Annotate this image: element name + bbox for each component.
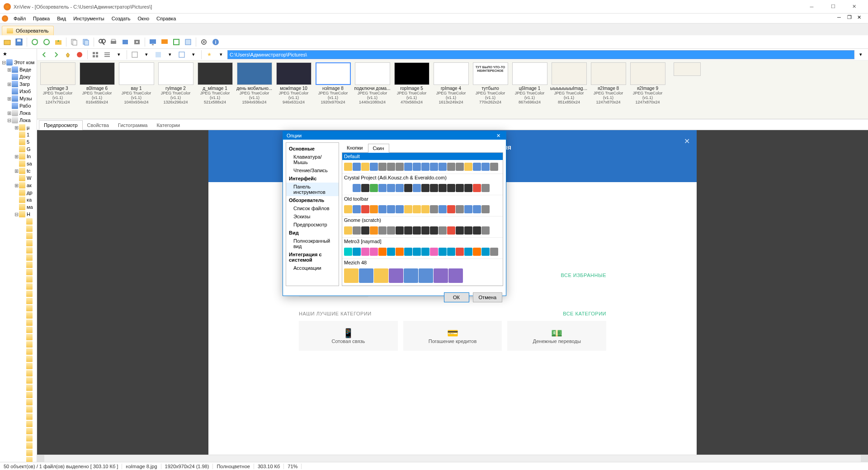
view-list-icon[interactable] bbox=[102, 49, 113, 60]
nav-item-filelist[interactable]: Список файлов bbox=[286, 204, 339, 212]
menu-view[interactable]: Вид bbox=[53, 15, 70, 22]
cat-item[interactable]: 💳Погашение кредитов bbox=[403, 321, 502, 351]
nav-back-icon[interactable] bbox=[39, 49, 50, 60]
close-button[interactable]: ✕ bbox=[844, 1, 864, 13]
menu-create[interactable]: Создать bbox=[108, 15, 134, 22]
thumbnail-item[interactable]: ц6Image 1JPEG TrueColor (v1.1)867x696x24 bbox=[511, 62, 548, 117]
thumbnail-item[interactable]: в0Image 6JPEG TrueColor (v1.1)816x659x24 bbox=[78, 62, 116, 117]
skin-list[interactable]: DefaultCrystal Project (Adi.Kousz.ch & E… bbox=[342, 152, 503, 286]
convert-icon[interactable] bbox=[171, 37, 182, 47]
info-icon[interactable]: i bbox=[210, 37, 221, 47]
acquire-icon[interactable] bbox=[132, 37, 142, 47]
thumbnail-item[interactable]: вау 1JPEG TrueColor (v1.1)1040x934x24 bbox=[118, 62, 155, 117]
cancel-button[interactable]: Отмена bbox=[473, 292, 502, 302]
nav-group[interactable]: Основные bbox=[286, 145, 339, 153]
tab-browser[interactable]: Обозреватель bbox=[2, 26, 54, 35]
folder-tree[interactable]: ⊟Этот ком ⊞Виде Доку ⊞Загр Изоб ⊞Музы Ра… bbox=[0, 59, 37, 462]
mdi-close-button[interactable]: ✕ bbox=[857, 14, 866, 23]
skin-item[interactable]: Metro3 [naymad] bbox=[342, 238, 503, 259]
mdi-minimize-button[interactable]: ─ bbox=[837, 14, 846, 23]
skin-item[interactable]: Gnome (scratch) bbox=[342, 216, 503, 238]
skin-item[interactable]: Mezich 48 bbox=[342, 259, 503, 286]
nav-item-keyboard[interactable]: Клавиатура/Мышь bbox=[286, 153, 339, 166]
thumbnail-item[interactable]: нэImage 8JPEG TrueColor (v1.1)1920x970x2… bbox=[314, 62, 352, 117]
thumbnail-item[interactable]: yzImage 3JPEG TrueColor (v1.1)1247x791x2… bbox=[39, 62, 76, 117]
minimize-button[interactable]: ─ bbox=[802, 1, 822, 13]
quick-icon[interactable] bbox=[53, 37, 64, 47]
thumbnail-item[interactable]: я2Image 8JPEG TrueColor (v1.1)1247x870x2… bbox=[590, 62, 627, 117]
nav-group[interactable]: Обозреватель bbox=[286, 196, 339, 204]
thumbnail-item[interactable]: можImage 10JPEG TrueColor (v1.1)946x631x… bbox=[275, 62, 312, 117]
filter-dd-icon[interactable]: ▾ bbox=[165, 49, 175, 60]
nav-item-preview[interactable]: Предпросмотр bbox=[286, 221, 339, 229]
nav-up-icon[interactable] bbox=[62, 49, 73, 60]
sort-icon[interactable] bbox=[129, 49, 140, 60]
print-icon[interactable] bbox=[108, 37, 119, 47]
dialog-tab-skin[interactable]: Скин bbox=[368, 144, 389, 153]
mdi-restore-button[interactable]: ❐ bbox=[847, 14, 856, 23]
view-thumbs-icon[interactable] bbox=[90, 49, 101, 60]
menu-tools[interactable]: Инструменты bbox=[70, 15, 108, 22]
thumbnail-item[interactable]: д_мImage 1JPEG TrueColor (v1.1)521x588x2… bbox=[196, 62, 234, 117]
dialog-titlebar[interactable]: Опции ✕ bbox=[283, 132, 506, 140]
thumbnail-item[interactable]: я2Image 9JPEG TrueColor (v1.1)1247x870x2… bbox=[629, 62, 666, 117]
thumbnail-item[interactable]: rpImage 4JPEG TrueColor (v1.1)1613x249x2… bbox=[432, 62, 470, 117]
thumbnail-item[interactable]: подключи дома...JPEG TrueColor (v1.1)144… bbox=[354, 62, 391, 117]
menu-file[interactable]: Файл bbox=[10, 15, 29, 22]
nav-item-assoc[interactable]: Ассоциации bbox=[286, 264, 339, 272]
address-bar[interactable]: C:\Users\Администратор\Pictures\ bbox=[227, 50, 854, 59]
nav-item-readwrite[interactable]: Чтение/Запись bbox=[286, 166, 339, 174]
filter-icon[interactable] bbox=[153, 49, 164, 60]
slideshow2-icon[interactable] bbox=[159, 37, 170, 47]
fav-star-icon[interactable]: ★ bbox=[204, 49, 215, 60]
skin-item[interactable]: Default bbox=[342, 153, 503, 174]
nav-group[interactable]: Интерфейс bbox=[286, 174, 339, 183]
thumbnail-item[interactable]: гуImage 2JPEG TrueColor (v1.1)1326x296x2… bbox=[157, 62, 194, 117]
menu-help[interactable]: Справка bbox=[153, 15, 179, 22]
save-icon[interactable] bbox=[14, 37, 24, 47]
refresh-icon[interactable] bbox=[29, 37, 40, 47]
nav-item-fullscreen[interactable]: Полноэкранный вид bbox=[286, 237, 339, 250]
menu-edit[interactable]: Правка bbox=[29, 15, 53, 22]
menu-window[interactable]: Окно bbox=[134, 15, 153, 22]
view-details-icon[interactable]: ▾ bbox=[113, 49, 124, 60]
copy-icon[interactable] bbox=[69, 37, 80, 47]
scan-icon[interactable] bbox=[120, 37, 131, 47]
refresh2-icon[interactable] bbox=[41, 37, 52, 47]
thumbnail-item[interactable]: ropImage 5JPEG TrueColor (v1.1)470x560x2… bbox=[393, 62, 430, 117]
thumbnail-item[interactable]: день мобильно...JPEG TrueColor (v1.1)159… bbox=[236, 62, 273, 117]
tab-histogram[interactable]: Гистограмма bbox=[113, 121, 152, 130]
skin-item[interactable]: Old toolbar bbox=[342, 195, 503, 216]
thumbnail-item[interactable] bbox=[668, 62, 706, 117]
gear-icon[interactable] bbox=[198, 37, 209, 47]
search-icon[interactable] bbox=[96, 37, 107, 47]
slideshow-icon[interactable] bbox=[147, 37, 158, 47]
dialog-close-icon[interactable]: ✕ bbox=[494, 132, 502, 140]
copy2-icon[interactable] bbox=[80, 37, 91, 47]
banner-close-icon[interactable]: ✕ bbox=[684, 137, 690, 146]
cat-item[interactable]: 💵Денежные переводы bbox=[507, 321, 606, 351]
nav-item-thumbs[interactable]: Эскизы bbox=[286, 212, 339, 221]
nav-group[interactable]: Вид bbox=[286, 229, 339, 237]
cat-link[interactable]: Все категории bbox=[563, 311, 606, 316]
sort-dd-icon[interactable]: ▾ bbox=[141, 49, 152, 60]
layout-icon[interactable] bbox=[176, 49, 187, 60]
nav-stop-icon[interactable] bbox=[74, 49, 85, 60]
preview-scrollbar[interactable] bbox=[37, 455, 868, 462]
dialog-tab-buttons[interactable]: Кнопки bbox=[342, 143, 368, 152]
cat-item[interactable]: 📱Сотовая связь bbox=[299, 321, 398, 351]
tab-preview[interactable]: Предпросмотр bbox=[39, 120, 83, 130]
tree-star-icon[interactable]: ★ bbox=[1, 50, 9, 58]
maximize-button[interactable]: ☐ bbox=[823, 1, 843, 13]
nav-group[interactable]: Интеграция с системой bbox=[286, 250, 339, 264]
ok-button[interactable]: ОК bbox=[444, 292, 469, 302]
tab-properties[interactable]: Свойства bbox=[83, 121, 113, 130]
tab-categories[interactable]: Категории bbox=[152, 121, 184, 130]
tree-disk-icon[interactable] bbox=[10, 50, 18, 58]
batch-icon[interactable] bbox=[183, 37, 193, 47]
skin-item[interactable]: Crystal Project (Adi.Kousz.ch & Everaldo… bbox=[342, 174, 503, 195]
thumbnail-item[interactable]: ТУТ БЫЛО ЧТО-ТО НЕИНТЕРЕСНОЕтутбылоJPEG … bbox=[472, 62, 509, 117]
fav-link[interactable]: Все избранные bbox=[561, 273, 606, 278]
addr-dd-icon[interactable]: ▾ bbox=[855, 49, 866, 60]
thumbnail-item[interactable]: ыыыыыыыImage 1JPEG TrueColor (v1.1)851x8… bbox=[550, 62, 588, 117]
